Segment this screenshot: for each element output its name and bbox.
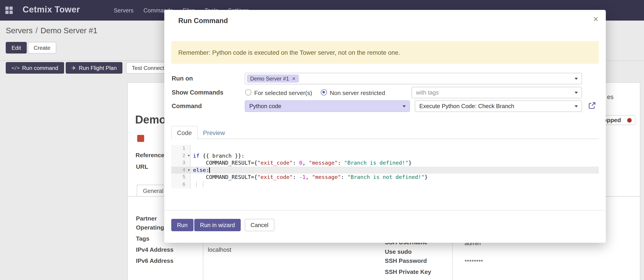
server-color-swatch[interactable] (137, 135, 144, 142)
line-number: 3 (171, 159, 190, 167)
run-button-label: Run (177, 222, 188, 228)
tab-code-label: Code (177, 129, 192, 136)
use-sudo-label: Use sudo (385, 248, 412, 255)
code-line[interactable]: 6 (171, 181, 598, 188)
cancel-button[interactable]: Cancel (245, 219, 274, 231)
footer-divider (164, 210, 606, 211)
code-editor[interactable]: 12▾if {{ branch }}:3 COMMAND_RESULT={"ex… (171, 145, 598, 188)
with-tags-select[interactable]: with tags (412, 87, 582, 98)
remove-tag-icon[interactable]: ✕ (292, 76, 296, 81)
edit-button[interactable]: Edit (6, 42, 27, 54)
fold-caret-icon[interactable]: ▾ (188, 167, 190, 174)
warning-text: Remember: Python code is executed on the… (178, 49, 400, 56)
tab-preview[interactable]: Preview (198, 126, 230, 139)
cancel-button-label: Cancel (251, 222, 268, 228)
ipv4-value: localhost (208, 246, 231, 253)
show-commands-label: Show Commands (172, 89, 223, 96)
code-text[interactable]: COMMAND_RESULT={"exit_code": 0, "message… (190, 159, 599, 167)
modal-title: Run Command (178, 17, 228, 25)
ssh-private-key-label: SSH Private Key (385, 269, 431, 275)
server-tag-label: Demo Server #1 (250, 76, 289, 82)
apps-menu-icon[interactable] (5, 6, 13, 14)
run-flight-plan-button[interactable]: ✈ Run Flight Plan (66, 62, 122, 74)
code-icon: </> (12, 65, 20, 71)
tab-preview-label: Preview (203, 129, 225, 136)
run-command-button[interactable]: </> Run command (6, 62, 64, 74)
code-line[interactable]: 5 COMMAND_RESULT={"exit_code": -1, "mess… (171, 174, 598, 181)
radio-non-server-restricted-label[interactable]: Non server restricted (330, 90, 385, 96)
command-label: Command (172, 102, 202, 109)
run-in-wizard-button-label: Run in wizard (200, 222, 235, 228)
run-on-label: Run on (172, 75, 193, 82)
nav-item-servers[interactable]: Servers (114, 7, 134, 14)
radio-for-selected-servers-label[interactable]: For selected server(s) (254, 90, 312, 96)
text-cursor (209, 167, 210, 173)
partial-text-fragment: es (607, 93, 614, 100)
radio-non-server-restricted[interactable] (321, 89, 327, 95)
chevron-down-icon[interactable] (402, 105, 406, 107)
url-label: URL (136, 163, 148, 170)
fold-caret-icon[interactable]: ▾ (188, 152, 190, 159)
run-on-select[interactable]: Demo Server #1 ✕ (245, 73, 582, 84)
code-text[interactable] (190, 145, 599, 152)
with-tags-placeholder: with tags (416, 89, 439, 96)
partner-label: Partner (136, 215, 157, 222)
tags-label: Tags (136, 235, 150, 242)
flight-plan-icon: ✈ (71, 65, 76, 71)
breadcrumb-separator: / (36, 26, 38, 35)
screen: Cetmix Tower ServersCommandsFilesToolsSe… (0, 0, 644, 280)
create-button[interactable]: Create (28, 42, 56, 54)
code-text[interactable] (190, 181, 599, 188)
line-number: 4▾ (171, 167, 190, 174)
ssh-password-value: ******** (464, 258, 483, 265)
indent-guide (203, 182, 204, 187)
status-stopped-dot (627, 118, 632, 122)
code-line[interactable]: 4▾else: (171, 167, 598, 174)
ipv4-label: IPv4 Address (136, 246, 174, 253)
ssh-password-label: SSH Password (385, 258, 427, 264)
breadcrumb-servers[interactable]: Servers (6, 26, 32, 35)
command-select[interactable]: Execute Python Code: Check Branch (415, 100, 582, 112)
line-number: 6 (171, 181, 190, 188)
line-number: 2▾ (171, 152, 190, 159)
edit-button-label: Edit (12, 45, 21, 51)
tab-strip-line (171, 139, 598, 139)
app-brand[interactable]: Cetmix Tower (22, 5, 80, 15)
code-line[interactable]: 1 (171, 145, 598, 152)
command-type-value: Python code (249, 103, 281, 109)
run-command-button-label: Run command (22, 65, 58, 71)
code-text[interactable]: if {{ branch }}: (190, 152, 599, 159)
tab-code[interactable]: Code (171, 126, 197, 139)
command-type-select[interactable]: Python code (245, 100, 410, 112)
chevron-down-icon[interactable] (575, 78, 578, 80)
external-link-icon[interactable] (588, 101, 596, 109)
chevron-down-icon[interactable] (575, 92, 578, 94)
run-command-modal: Run Command × Remember: Python code is e… (164, 10, 606, 243)
command-value: Execute Python Code: Check Branch (419, 103, 514, 109)
run-in-wizard-button[interactable]: Run in wizard (194, 219, 240, 231)
code-line[interactable]: 3 COMMAND_RESULT={"exit_code": 0, "messa… (171, 159, 598, 167)
chevron-down-icon[interactable] (575, 105, 578, 107)
ipv6-label: IPv6 Address (136, 258, 174, 264)
code-text[interactable]: else: (190, 167, 599, 174)
breadcrumb-current: Demo Server #1 (41, 26, 98, 35)
reference-label: Reference (136, 152, 164, 158)
run-button[interactable]: Run (171, 219, 193, 231)
line-number: 5 (171, 174, 190, 181)
code-text[interactable]: COMMAND_RESULT={"exit_code": -1, "messag… (190, 174, 599, 181)
radio-for-selected-servers[interactable] (245, 89, 251, 95)
line-number: 1 (171, 145, 190, 152)
tab-general-label: General (143, 187, 164, 194)
code-line[interactable]: 2▾if {{ branch }}: (171, 152, 598, 159)
run-flight-plan-button-label: Run Flight Plan (79, 65, 117, 71)
breadcrumb: Servers/Demo Server #1 (6, 26, 97, 35)
warning-banner: Remember: Python code is executed on the… (171, 41, 598, 64)
server-tag[interactable]: Demo Server #1 ✕ (247, 74, 299, 83)
close-icon[interactable]: × (593, 14, 598, 25)
create-button-label: Create (34, 45, 50, 51)
indent-guide (196, 182, 197, 187)
